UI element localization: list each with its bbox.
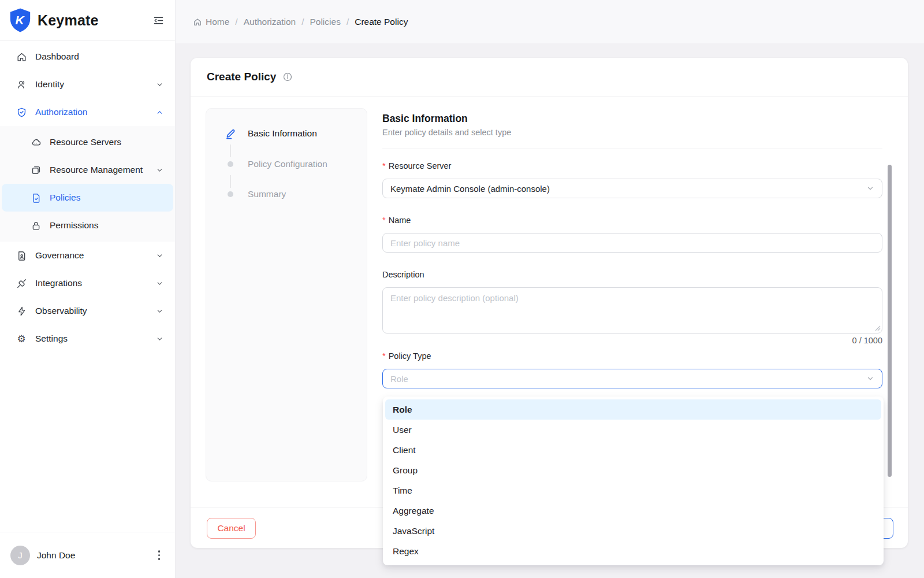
breadcrumb-authorization[interactable]: Authorization bbox=[244, 17, 296, 27]
sidebar-item-dashboard[interactable]: Dashboard bbox=[0, 43, 175, 71]
breadcrumb-current: Create Policy bbox=[355, 17, 408, 27]
sidebar-item-policies[interactable]: Policies bbox=[2, 184, 173, 212]
chevron-down-icon bbox=[866, 184, 874, 192]
avatar: J bbox=[10, 546, 30, 565]
step-basic-information[interactable]: Basic Information bbox=[206, 124, 367, 143]
breadcrumb: Home / Authorization / Policies / Create… bbox=[193, 0, 408, 43]
dropdown-option-time[interactable]: Time bbox=[385, 480, 881, 501]
sidebar-item-label: Governance bbox=[35, 250, 84, 261]
breadcrumb-policies[interactable]: Policies bbox=[310, 17, 340, 27]
sidebar-item-integrations[interactable]: Integrations bbox=[0, 269, 175, 297]
dropdown-option-role[interactable]: Role bbox=[385, 399, 881, 420]
home-icon bbox=[16, 51, 27, 62]
required-marker: * bbox=[382, 161, 386, 171]
sidebar-item-settings[interactable]: ⚙ Settings bbox=[0, 325, 175, 353]
resource-server-label: *Resource Server bbox=[382, 161, 451, 171]
authorization-submenu: Resource Servers Resource Management Po bbox=[0, 126, 175, 242]
shield-check-icon bbox=[16, 106, 27, 118]
policy-type-label: *Policy Type bbox=[382, 351, 431, 361]
step-summary[interactable]: Summary bbox=[206, 184, 367, 204]
basic-information-form: Basic Information Enter policy details a… bbox=[382, 108, 901, 154]
step-dot-icon bbox=[223, 161, 237, 167]
copy-icon bbox=[30, 164, 42, 176]
topbar: Home / Authorization / Policies / Create… bbox=[176, 0, 924, 43]
required-marker: * bbox=[382, 351, 386, 361]
dropdown-option-client[interactable]: Client bbox=[385, 440, 881, 460]
sidebar-item-label: Identity bbox=[35, 79, 64, 90]
sidebar-item-label: Authorization bbox=[35, 107, 87, 117]
form-scrollbar[interactable] bbox=[888, 165, 892, 477]
collapse-sidebar-icon[interactable] bbox=[152, 14, 165, 27]
home-icon[interactable] bbox=[193, 17, 202, 27]
sidebar-user: J John Doe bbox=[0, 532, 175, 578]
policy-name-input[interactable] bbox=[382, 233, 882, 253]
step-label: Policy Configuration bbox=[248, 159, 327, 169]
dropdown-option-regex[interactable]: Regex bbox=[385, 541, 881, 561]
chevron-down-icon bbox=[156, 81, 163, 88]
breadcrumb-separator: / bbox=[346, 17, 349, 27]
description-field-wrap bbox=[382, 287, 882, 334]
sidebar-item-label: Resource Servers bbox=[50, 137, 121, 147]
step-policy-configuration[interactable]: Policy Configuration bbox=[206, 154, 367, 174]
description-char-counter: 0 / 1000 bbox=[382, 336, 882, 345]
sidebar-header: K Keymate bbox=[0, 0, 175, 40]
brand-name: Keymate bbox=[38, 12, 99, 29]
description-label: Description bbox=[382, 270, 424, 279]
page-title: Create Policy bbox=[207, 71, 276, 83]
chevron-up-icon bbox=[156, 109, 163, 116]
sidebar-item-label: Observability bbox=[35, 306, 87, 316]
card-header: Create Policy bbox=[191, 58, 908, 97]
policy-type-dropdown: Role User Client Group Time Aggregate Ja… bbox=[383, 397, 884, 565]
sidebar-item-governance[interactable]: Governance bbox=[0, 242, 175, 269]
breadcrumb-home[interactable]: Home bbox=[206, 17, 229, 27]
chevron-down-icon bbox=[156, 307, 163, 315]
dropdown-option-user[interactable]: User bbox=[385, 420, 881, 440]
policy-description-textarea[interactable] bbox=[382, 287, 882, 334]
step-label: Basic Information bbox=[248, 128, 317, 139]
cancel-button[interactable]: Cancel bbox=[207, 518, 256, 539]
sidebar-item-label: Policies bbox=[50, 192, 80, 203]
app-root: K Keymate Dashboard Identity bbox=[0, 0, 924, 578]
sidebar: K Keymate Dashboard Identity bbox=[0, 0, 176, 578]
sidebar-item-label: Dashboard bbox=[35, 51, 79, 62]
section-title: Basic Information bbox=[382, 113, 468, 125]
required-marker: * bbox=[382, 216, 386, 225]
sidebar-item-identity[interactable]: Identity bbox=[0, 71, 175, 98]
sidebar-item-resource-servers[interactable]: Resource Servers bbox=[0, 128, 175, 156]
plug-api-icon bbox=[16, 277, 27, 289]
cloud-server-icon bbox=[30, 136, 42, 148]
step-label: Summary bbox=[248, 189, 286, 199]
resource-server-value: Keymate Admin Console (admin-console) bbox=[390, 184, 550, 194]
info-icon[interactable] bbox=[282, 72, 293, 82]
breadcrumb-separator: / bbox=[301, 17, 304, 27]
lock-icon bbox=[30, 220, 42, 231]
dropdown-option-aggregate[interactable]: Aggregate bbox=[385, 501, 881, 521]
chevron-down-icon bbox=[156, 335, 163, 343]
divider bbox=[382, 149, 882, 149]
user-name: John Doe bbox=[37, 550, 75, 561]
lightning-icon bbox=[16, 305, 27, 317]
sidebar-item-observability[interactable]: Observability bbox=[0, 297, 175, 325]
audit-file-icon bbox=[16, 250, 27, 261]
sidebar-item-resource-management[interactable]: Resource Management bbox=[0, 156, 175, 184]
policy-type-placeholder: Role bbox=[390, 374, 408, 384]
svg-text:K: K bbox=[15, 13, 25, 27]
sidebar-nav: Dashboard Identity Authorization bbox=[0, 41, 175, 353]
wizard-steps-panel: Basic Information Policy Configuration S… bbox=[206, 108, 367, 481]
sidebar-item-permissions[interactable]: Permissions bbox=[0, 212, 175, 239]
resource-server-select[interactable]: Keymate Admin Console (admin-console) bbox=[382, 179, 882, 198]
policy-type-select[interactable]: Role bbox=[382, 369, 882, 388]
sidebar-item-label: Settings bbox=[35, 334, 68, 344]
user-menu-kebab-icon[interactable] bbox=[156, 548, 162, 562]
breadcrumb-separator: / bbox=[235, 17, 237, 27]
sidebar-item-label: Integrations bbox=[35, 278, 82, 288]
sidebar-item-authorization[interactable]: Authorization bbox=[0, 98, 175, 126]
gear-icon: ⚙ bbox=[16, 333, 27, 344]
chevron-down-icon bbox=[156, 252, 163, 260]
policy-file-check-icon bbox=[30, 192, 42, 203]
dropdown-option-javascript[interactable]: JavaScript bbox=[385, 521, 881, 541]
dropdown-option-group[interactable]: Group bbox=[385, 460, 881, 480]
sidebar-item-label: Resource Management bbox=[50, 165, 143, 175]
sidebar-item-label: Permissions bbox=[50, 220, 98, 231]
user-icon bbox=[16, 79, 27, 90]
